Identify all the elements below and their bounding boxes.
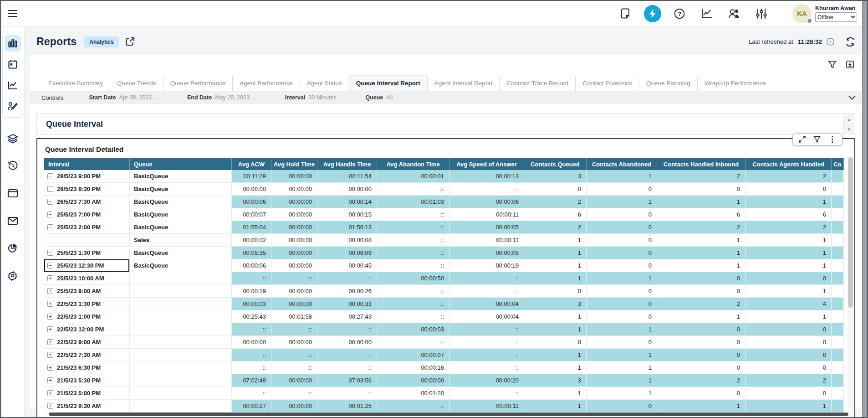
interval-cell[interactable]: +22/5/23 12:00 PM [44, 323, 130, 336]
collapse-icon[interactable]: − [47, 186, 53, 192]
column-header-interval[interactable]: Interval [44, 158, 130, 170]
info-icon[interactable]: i [827, 38, 834, 46]
interval-cell[interactable]: −26/5/23 7:30 AM [44, 196, 130, 208]
sliders-icon[interactable] [752, 5, 771, 23]
note-icon[interactable] [617, 5, 635, 23]
tab-agent-interval-report[interactable]: Agent Interval Report [427, 76, 500, 91]
hamburger-menu-icon[interactable] [8, 8, 20, 20]
collapse-icon[interactable]: − [47, 199, 53, 205]
interval-cell[interactable]: +21/5/23 9:30 AM [44, 400, 130, 413]
help-icon[interactable]: ? [670, 5, 689, 23]
expand-icon[interactable]: + [47, 377, 53, 383]
expand-icon[interactable]: + [47, 352, 53, 358]
control-end-date[interactable]: End DateMay 29, 2023 ... [187, 94, 256, 101]
sidebar-item-history[interactable] [5, 158, 21, 174]
collapse-icon[interactable]: − [47, 212, 53, 217]
column-header-avg-speed-of-answer[interactable]: Avg Speed of Answer [449, 158, 524, 170]
page-scrollbar[interactable] [862, 1, 867, 417]
sidebar-item-mail[interactable] [5, 212, 21, 229]
interval-cell[interactable]: −28/5/23 9:00 PM [44, 170, 130, 183]
column-header-contacts-agents-handled[interactable]: Contacts Agents Handled [745, 158, 832, 170]
column-header-avg-handle-time[interactable]: Avg Handle Time [317, 158, 377, 170]
sidebar-item-calendar[interactable] [5, 56, 21, 72]
sidebar-item-window[interactable] [5, 185, 21, 201]
interval-cell[interactable]: +22/5/23 7:30 AM [44, 349, 130, 361]
controls-chevron-down-icon[interactable] [848, 95, 856, 100]
collapse-icon[interactable]: − [47, 224, 53, 230]
interval-cell[interactable]: +21/5/23 5:30 PM [44, 374, 130, 387]
tab-wrap-up-performance[interactable]: Wrap-Up Performance [697, 76, 773, 91]
tab-agent-performance[interactable]: Agent Performance [232, 76, 299, 91]
expand-icon[interactable]: + [47, 390, 53, 396]
expand-icon[interactable]: + [47, 339, 53, 345]
column-header-avg-abandon-time[interactable]: Avg Abandon Time [377, 158, 449, 170]
filter-icon[interactable] [828, 61, 836, 68]
expand-icon[interactable]: + [47, 301, 53, 307]
column-header-contacts-abandoned[interactable]: Contacts Abandoned [587, 158, 657, 170]
sidebar-item-pie-chart[interactable] [5, 240, 21, 256]
interval-cell[interactable]: +21/5/23 5:00 PM [44, 387, 130, 400]
interval-cell[interactable]: +21/5/23 6:30 PM [44, 361, 130, 374]
interval-cell[interactable]: −25/5/23 7:00 PM [44, 208, 130, 221]
tab-queue-trends[interactable]: Queue Trends [110, 76, 163, 91]
interval-cell[interactable] [44, 234, 130, 247]
sidebar-item-line-chart[interactable] [5, 77, 21, 93]
interval-cell[interactable]: +22/5/23 9:00 AM [44, 336, 130, 349]
tab-executive-summary[interactable]: Executive Summary [41, 76, 110, 91]
table-vertical-scrollbar-thumb[interactable] [848, 157, 853, 308]
interval-cell[interactable]: −25/5/23 2:00 PM [44, 221, 130, 234]
interval-cell[interactable]: +22/5/23 1:30 PM [44, 298, 130, 310]
tab-contact-forensics[interactable]: Contact Forensics [575, 76, 639, 91]
column-header-avg-acw[interactable]: Avg ACW [232, 158, 271, 170]
column-header-contacts-handled-inbound[interactable]: Contacts Handled Inbound [657, 158, 745, 170]
interval-cell[interactable]: −28/5/23 8:30 PM [44, 183, 130, 196]
tab-queue-planning[interactable]: Queue Planning [639, 76, 697, 91]
avatar[interactable]: KA [792, 4, 812, 23]
value-cell: :: [377, 208, 449, 221]
table-horizontal-scrollbar-thumb[interactable] [49, 413, 848, 416]
collapse-icon[interactable]: − [47, 173, 53, 179]
lightning-icon[interactable] [644, 5, 661, 22]
more-options-kebab-icon[interactable]: ⋮ [828, 136, 836, 142]
column-header-avg-hold-time[interactable]: Avg Hold Time [271, 158, 317, 170]
refresh-icon[interactable] [845, 37, 855, 46]
tab-agent-status[interactable]: Agent Status [300, 76, 349, 91]
sidebar-item-bar-chart[interactable] [5, 35, 21, 52]
tab-queue-interval-report[interactable]: Queue Interval Report [349, 76, 427, 91]
expand-icon[interactable]: + [47, 326, 53, 332]
control-interval[interactable]: Interval30 Minutes [285, 94, 337, 101]
expand-icon[interactable]: + [47, 275, 53, 281]
agent-status-select[interactable]: Offline [815, 12, 857, 22]
visual-filter-icon[interactable] [813, 136, 821, 143]
interval-cell[interactable]: +22/5/23 1:00 PM [44, 310, 130, 323]
sidebar-item-design[interactable] [5, 98, 21, 114]
column-header-co[interactable]: Co [832, 158, 844, 170]
truncated-cell [832, 336, 844, 349]
column-header-queue[interactable]: Queue [130, 158, 232, 170]
interval-cell[interactable]: −25/5/23 1:30 PM [44, 247, 130, 259]
table-vertical-scrollbar[interactable] [848, 157, 853, 416]
tab-queue-performance[interactable]: Queue Performance [163, 76, 233, 91]
spinner-up-icon[interactable]: ▲ [844, 114, 854, 124]
spinner-down-icon[interactable]: ▼ [844, 124, 854, 134]
tab-contract-trace-record[interactable]: Contract Trace Record [499, 76, 575, 91]
interval-cell[interactable]: +25/5/23 10:00 AM [44, 272, 130, 285]
collapse-icon[interactable]: − [47, 263, 53, 268]
column-header-contacts-queued[interactable]: Contacts Queued [524, 158, 587, 170]
expand-icon[interactable]: + [47, 288, 53, 294]
control-queue[interactable]: QueueAll [365, 94, 393, 101]
external-link-icon[interactable] [126, 37, 134, 46]
metrics-icon[interactable] [698, 5, 716, 23]
sidebar-item-gear[interactable] [5, 267, 21, 284]
expand-icon[interactable]: + [47, 365, 53, 371]
control-start-date[interactable]: Start DateApr 09, 2023 ... [89, 94, 158, 101]
sidebar-item-layers[interactable] [5, 130, 21, 147]
interval-cell[interactable]: −25/5/23 12:30 PM [44, 259, 130, 272]
users-icon[interactable] [725, 5, 743, 23]
expand-icon[interactable]: + [47, 403, 53, 409]
collapse-icon[interactable]: − [47, 250, 53, 256]
interval-cell[interactable]: +25/5/23 9:00 AM [44, 285, 130, 298]
expand-icon[interactable]: + [47, 314, 53, 320]
focus-mode-icon[interactable] [799, 136, 806, 143]
download-icon[interactable] [846, 61, 854, 68]
